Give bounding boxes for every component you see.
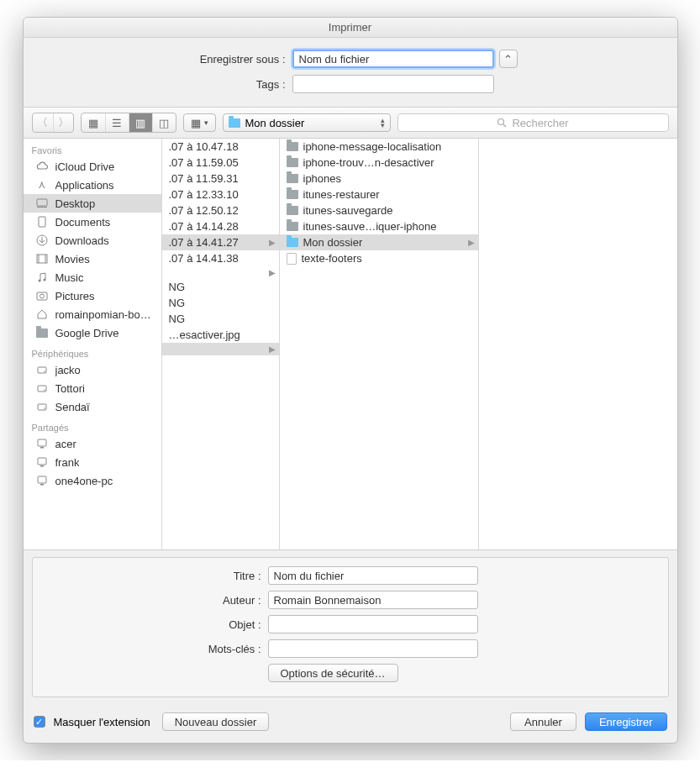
sidebar-item[interactable]: Pictures (24, 286, 161, 305)
new-folder-button[interactable]: Nouveau dossier (162, 712, 270, 731)
svg-rect-5 (39, 217, 45, 227)
sidebar-item[interactable]: one4one-pc (24, 471, 161, 490)
security-options-button[interactable]: Options de sécurité… (268, 664, 398, 682)
sidebar-item[interactable]: iCloud Drive (24, 157, 161, 176)
svg-rect-12 (37, 292, 47, 300)
file-row[interactable]: itunes-restaurer (280, 187, 478, 202)
sidebar-item[interactable]: Downloads (24, 231, 161, 250)
cancel-button[interactable]: Annuler (510, 712, 576, 731)
forward-button[interactable]: 〉 (53, 113, 73, 132)
sidebar-item[interactable]: jacko (24, 360, 161, 379)
sidebar-item[interactable]: frank (24, 453, 161, 471)
sidebar: FavorisiCloud Drive⋏ApplicationsDesktopD… (24, 139, 162, 549)
svg-rect-14 (38, 367, 46, 373)
tags-input[interactable] (292, 75, 494, 93)
list-view-button[interactable]: ☰ (105, 113, 129, 132)
file-row[interactable]: Mon dossier▶ (280, 234, 478, 250)
icon-view-button[interactable]: ▦ (82, 113, 105, 132)
svg-rect-22 (38, 458, 46, 465)
title-label: Titre : (41, 570, 268, 582)
hide-extension-checkbox[interactable]: ✓ (34, 716, 45, 728)
sidebar-item[interactable]: Desktop (24, 194, 161, 213)
list-icon: ☰ (112, 117, 122, 129)
chevron-down-icon: ▾ (204, 118, 208, 127)
chevron-right-icon: ▶ (266, 238, 276, 247)
file-name: iphones (303, 172, 342, 185)
folder-icon (287, 142, 298, 151)
file-name: NG (169, 297, 186, 309)
file-row[interactable]: .07 à 11.59.05 (162, 155, 279, 171)
chevron-right-icon: ▶ (266, 268, 276, 277)
sidebar-item-label: Documents (55, 216, 111, 229)
author-input[interactable] (268, 591, 478, 609)
file-name: iphone-trouv…n-desactiver (303, 156, 434, 169)
file-row[interactable]: NG (162, 311, 279, 327)
chevron-left-icon: 〈 (37, 115, 48, 130)
disk-icon (35, 400, 49, 413)
sidebar-item[interactable]: acer (24, 434, 161, 453)
sidebar-item-label: Google Drive (55, 327, 119, 339)
save-button[interactable]: Enregistrer (585, 712, 667, 731)
arrange-button[interactable]: ▦ ▾ (183, 113, 216, 132)
sidebar-item-label: iCloud Drive (55, 160, 115, 173)
file-name: itunes-restaurer (303, 188, 380, 201)
sidebar-item[interactable]: Sendaï (24, 397, 161, 416)
column-view-button[interactable]: ▥ (129, 113, 152, 132)
sidebar-item[interactable]: romainpomian-bonne… (24, 305, 161, 323)
file-row[interactable]: .07 à 12.50.12 (162, 202, 279, 218)
coverflow-view-button[interactable]: ◫ (152, 113, 176, 132)
popup-arrows-icon: ▴▾ (381, 118, 385, 128)
file-row[interactable]: .07 à 14.41.27▶ (162, 234, 279, 250)
file-row[interactable]: iphone-trouv…n-desactiver (280, 155, 478, 171)
photo-icon (35, 289, 49, 302)
search-icon (497, 118, 507, 128)
file-row[interactable]: texte-footers (280, 250, 478, 266)
sidebar-item-label: Downloads (55, 234, 109, 247)
file-name: .07 à 11.59.05 (169, 156, 239, 169)
author-label: Auteur : (41, 594, 268, 607)
file-row[interactable]: ▶ (162, 266, 279, 279)
collapse-button[interactable]: ⌃ (499, 50, 518, 68)
keywords-label: Mots-clés : (41, 643, 268, 655)
file-row[interactable]: NG (162, 295, 279, 311)
apps-icon: ⋏ (35, 178, 49, 192)
file-row[interactable]: itunes-sauvegarde (280, 202, 478, 218)
sidebar-item[interactable]: Documents (24, 213, 161, 231)
path-popup[interactable]: Mon dossier ▴▾ (223, 113, 391, 132)
sidebar-item[interactable]: Google Drive (24, 323, 161, 342)
file-row[interactable]: .07 à 12.33.10 (162, 187, 279, 202)
search-field[interactable]: Rechercher (397, 113, 669, 132)
file-row[interactable]: ▶ (162, 343, 279, 355)
metadata-panel: Titre : Auteur : Objet : Mots-clés : Opt… (32, 557, 669, 697)
file-name: NG (169, 313, 186, 325)
file-name: NG (169, 281, 186, 293)
file-name: itunes-sauve…iquer-iphone (303, 220, 437, 233)
sidebar-item[interactable]: Movies (24, 250, 161, 268)
file-row[interactable]: …esactiver.jpg (162, 327, 279, 343)
title-input[interactable] (268, 566, 478, 585)
svg-rect-25 (40, 484, 44, 486)
subject-input[interactable] (268, 615, 478, 633)
file-row[interactable]: iphones (280, 171, 478, 187)
file-row[interactable]: .07 à 11.59.31 (162, 171, 279, 187)
file-row[interactable]: .07 à 14.41.38 (162, 250, 279, 266)
file-row[interactable]: .07 à 14.14.28 (162, 218, 279, 234)
file-row[interactable]: iphone-message-localisation (280, 139, 478, 155)
sidebar-item[interactable]: Tottori (24, 379, 161, 397)
sidebar-item-label: acer (55, 438, 76, 450)
sidebar-item-label: Pictures (55, 290, 95, 302)
file-row[interactable]: .07 à 10.47.18 (162, 139, 279, 155)
view-mode-group: ▦ ☰ ▥ ◫ (81, 113, 176, 133)
back-button[interactable]: 〈 (33, 113, 53, 132)
sidebar-item[interactable]: Music (24, 268, 161, 286)
file-row[interactable]: itunes-sauve…iquer-iphone (280, 218, 478, 234)
sidebar-item-label: Tottori (55, 382, 85, 395)
sidebar-item[interactable]: ⋏Applications (24, 176, 161, 194)
chevron-up-icon: ⌃ (503, 53, 513, 66)
keywords-input[interactable] (268, 639, 478, 658)
file-row[interactable]: NG (162, 279, 279, 295)
column-2: iphone-message-localisationiphone-trouv…… (280, 139, 479, 549)
folder-icon (287, 222, 298, 231)
filename-input[interactable] (292, 50, 494, 68)
sidebar-item-label: Desktop (55, 197, 96, 210)
